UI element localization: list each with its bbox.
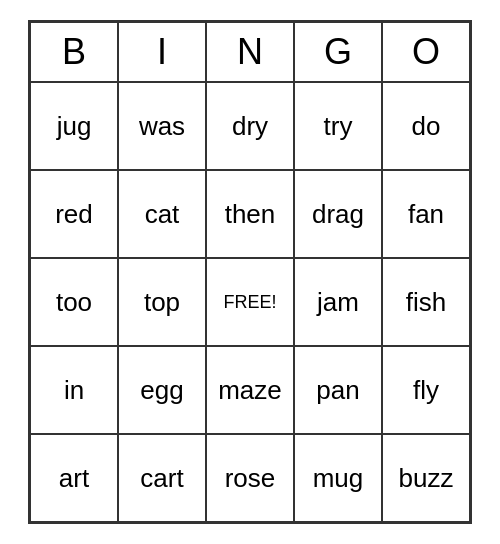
bingo-cell-3-1: egg (118, 346, 206, 434)
bingo-cell-3-0: in (30, 346, 118, 434)
bingo-cell-0-4: do (382, 82, 470, 170)
bingo-cell-1-3: drag (294, 170, 382, 258)
bingo-cell-4-1: cart (118, 434, 206, 522)
bingo-cell-3-4: fly (382, 346, 470, 434)
bingo-cell-0-2: dry (206, 82, 294, 170)
bingo-cell-4-0: art (30, 434, 118, 522)
bingo-cell-2-2: FREE! (206, 258, 294, 346)
bingo-cell-1-2: then (206, 170, 294, 258)
bingo-cell-4-4: buzz (382, 434, 470, 522)
bingo-cell-0-0: jug (30, 82, 118, 170)
bingo-cell-2-3: jam (294, 258, 382, 346)
bingo-header: BINGO (30, 22, 470, 82)
bingo-row-4: artcartrosemugbuzz (30, 434, 470, 522)
bingo-cell-1-0: red (30, 170, 118, 258)
bingo-cell-0-1: was (118, 82, 206, 170)
bingo-cell-1-4: fan (382, 170, 470, 258)
bingo-cell-2-1: top (118, 258, 206, 346)
header-cell-o: O (382, 22, 470, 82)
bingo-cell-4-3: mug (294, 434, 382, 522)
header-cell-g: G (294, 22, 382, 82)
bingo-row-1: redcatthendragfan (30, 170, 470, 258)
header-cell-b: B (30, 22, 118, 82)
header-cell-i: I (118, 22, 206, 82)
bingo-card: BINGO jugwasdrytrydoredcatthendragfantoo… (28, 20, 472, 524)
bingo-cell-1-1: cat (118, 170, 206, 258)
bingo-row-2: tootopFREE!jamfish (30, 258, 470, 346)
bingo-row-0: jugwasdrytrydo (30, 82, 470, 170)
bingo-cell-0-3: try (294, 82, 382, 170)
bingo-row-3: ineggmazepanfly (30, 346, 470, 434)
bingo-cell-4-2: rose (206, 434, 294, 522)
bingo-cell-3-3: pan (294, 346, 382, 434)
bingo-cell-2-4: fish (382, 258, 470, 346)
bingo-body: jugwasdrytrydoredcatthendragfantootopFRE… (30, 82, 470, 522)
header-cell-n: N (206, 22, 294, 82)
bingo-cell-2-0: too (30, 258, 118, 346)
bingo-cell-3-2: maze (206, 346, 294, 434)
